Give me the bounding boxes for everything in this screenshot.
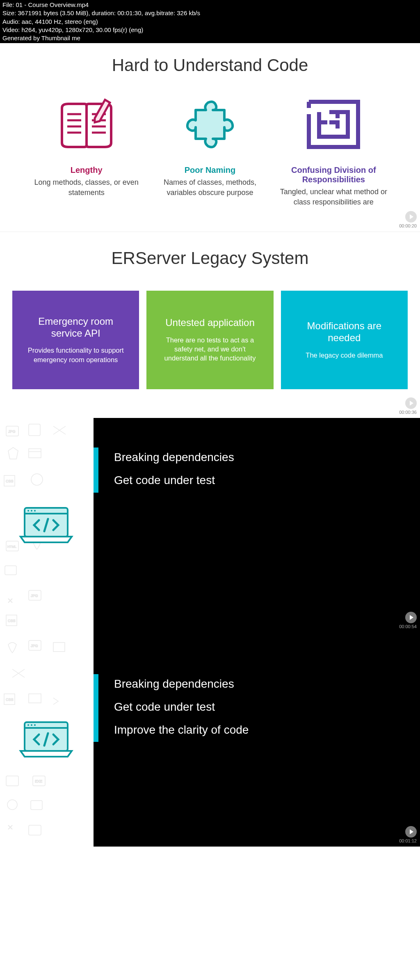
card-untested-body: There are no tests to act as a safety ne… [157, 335, 262, 363]
timestamp-badge: 00:01:12 [399, 826, 417, 843]
svg-point-26 [31, 510, 32, 512]
svg-text:CSS: CSS [8, 619, 16, 623]
svg-text:JPG: JPG [31, 644, 38, 648]
svg-point-27 [34, 510, 36, 512]
line-3: Improve the clarity of code [114, 723, 399, 737]
book-pencil-icon [33, 92, 140, 157]
svg-point-43 [27, 724, 29, 726]
svg-rect-31 [53, 643, 65, 652]
accent-bar [94, 674, 98, 742]
slide2-title: ERServer Legacy System [0, 248, 420, 268]
dark-content: Breaking dependencies Get code under tes… [94, 418, 420, 632]
resp-body: Tangled, unclear what method or class re… [280, 187, 387, 207]
col-responsibilities: Confusing Division of Responsibilities T… [272, 92, 395, 207]
naming-body: Names of classes, methods, variables obs… [156, 177, 263, 197]
slide-breaking-deps-1: JPG CSS HTML JPG CSS [0, 418, 420, 632]
line-2: Get code under test [114, 474, 399, 487]
svg-rect-18 [5, 566, 16, 575]
svg-rect-39 [31, 801, 42, 810]
play-icon [405, 826, 417, 838]
accent-bar [94, 448, 98, 493]
line-2: Get code under test [114, 700, 399, 714]
side-pattern: JPG CSS HTML JPG CSS [0, 418, 94, 632]
svg-text:EXE: EXE [35, 779, 42, 783]
col-lengthy: Lengthy Long methods, classes, or even s… [25, 92, 148, 197]
svg-text:CSS: CSS [6, 479, 14, 483]
timestamp: 00:00:36 [399, 410, 417, 415]
card-mods-body: The legacy code dilemma [292, 351, 397, 360]
svg-rect-11 [29, 449, 41, 458]
icon-row: Lengthy Long methods, classes, or even s… [8, 92, 412, 207]
svg-rect-40 [29, 825, 41, 835]
line-1: Breaking dependencies [114, 677, 399, 691]
cards-row: Emergency room service API Provides func… [0, 291, 420, 389]
svg-text:CSS: CSS [6, 698, 14, 702]
resp-heading: Confusing Division of Responsibilities [280, 165, 387, 184]
meta-audio: Audio: aac, 44100 Hz, stereo (eng) [2, 18, 418, 26]
svg-text:JPG: JPG [8, 429, 16, 434]
slide1-title: Hard to Understand Code [8, 55, 412, 75]
timestamp: 00:00:54 [399, 624, 417, 629]
timestamp-badge: 00:00:36 [399, 397, 417, 415]
play-icon [405, 612, 417, 623]
meta-file: File: 01 - Course Overview.mp4 [2, 1, 418, 9]
card-untested-heading: Untested application [157, 317, 262, 329]
svg-point-15 [31, 474, 43, 485]
video-metadata: File: 01 - Course Overview.mp4 Size: 367… [0, 0, 420, 43]
timestamp-badge: 00:00:54 [399, 612, 417, 629]
card-api: Emergency room service API Provides func… [12, 291, 139, 389]
svg-point-25 [27, 510, 29, 512]
timestamp-badge: 00:00:20 [399, 211, 417, 228]
meta-size: Size: 3671991 bytes (3.50 MiB), duration… [2, 9, 418, 17]
lengthy-heading: Lengthy [33, 165, 140, 175]
card-untested: Untested application There are no tests … [146, 291, 273, 389]
svg-point-45 [34, 724, 36, 726]
svg-rect-34 [29, 694, 41, 703]
card-mods-heading: Modifications are needed [292, 320, 397, 344]
card-api-heading: Emergency room service API [23, 316, 128, 340]
lengthy-body: Long methods, classes, or even statement… [33, 177, 140, 197]
svg-point-38 [7, 800, 17, 810]
timestamp: 00:00:20 [399, 223, 417, 228]
naming-heading: Poor Naming [156, 165, 263, 175]
col-naming: Poor Naming Names of classes, methods, v… [148, 92, 272, 197]
slide-breaking-deps-2: JPG CSS EXE [0, 632, 420, 847]
dark-content: Breaking dependencies Get code under tes… [94, 632, 420, 847]
slide-erserver: ERServer Legacy System Emergency room se… [0, 232, 420, 418]
laptop-code-icon [18, 505, 74, 546]
maze-icon [280, 92, 387, 157]
line-1: Breaking dependencies [114, 451, 399, 464]
svg-text:JPG: JPG [31, 594, 38, 598]
svg-text:HTML: HTML [7, 545, 16, 549]
slide-hard-to-understand: Hard to Understand Code Lengthy [0, 43, 420, 232]
puzzle-piece-icon [156, 92, 263, 157]
card-mods: Modifications are needed The legacy code… [281, 291, 408, 389]
svg-rect-35 [6, 776, 18, 786]
play-icon [405, 397, 417, 409]
svg-rect-10 [29, 424, 40, 436]
meta-video: Video: h264, yuv420p, 1280x720, 30.00 fp… [2, 26, 418, 34]
play-icon [405, 211, 417, 223]
laptop-code-icon [18, 719, 74, 760]
timestamp: 00:01:12 [399, 838, 417, 843]
side-pattern: JPG CSS EXE [0, 632, 94, 847]
meta-generator: Generated by Thumbnail me [2, 34, 418, 42]
card-api-body: Provides functionality to support emerge… [23, 346, 128, 364]
svg-point-44 [31, 724, 32, 726]
